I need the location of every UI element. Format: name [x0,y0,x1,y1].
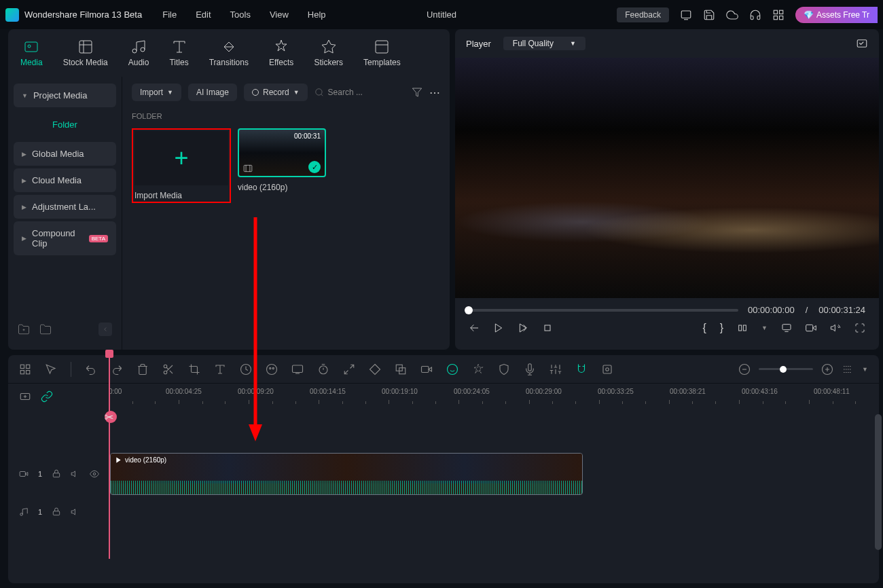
camera-icon[interactable] [806,323,816,333]
svg-rect-1 [774,10,777,14]
undo-icon[interactable] [85,363,97,375]
menu-help[interactable]: Help [308,10,326,20]
tab-audio[interactable]: Audio [128,39,149,67]
assets-button[interactable]: 💎 Assets Free Tr [795,7,878,23]
track-add-icon[interactable] [19,390,31,403]
search-input[interactable]: Search ... [314,88,405,97]
tab-media[interactable]: Media [20,39,43,67]
prev-frame-icon[interactable] [469,323,480,333]
widgets-icon[interactable] [19,363,31,375]
svg-rect-7 [79,41,92,53]
import-media-card[interactable]: Import Media [132,128,231,203]
view-options-icon[interactable] [842,363,854,375]
folder-icon[interactable] [39,323,52,335]
save-icon[interactable] [703,9,715,21]
collapse-sidebar-button[interactable] [98,323,112,336]
expand-icon[interactable] [343,363,355,375]
add-folder-icon[interactable] [18,323,30,335]
tab-templates[interactable]: Templates [363,39,401,67]
cloud-icon[interactable] [726,9,738,21]
menu-view[interactable]: View [270,10,289,20]
shield-icon[interactable] [498,363,510,375]
svg-point-24 [270,367,271,369]
sidebar: ▼Project Media Folder ▶Global Media ▶Clo… [8,77,122,350]
color-icon[interactable] [266,363,278,375]
mixer-icon[interactable] [549,363,562,375]
magnet-icon[interactable] [575,363,588,375]
mute-audio-icon[interactable] [71,507,80,517]
face-icon[interactable] [446,363,458,375]
feedback-button[interactable]: Feedback [617,7,669,22]
next-frame-icon[interactable] [518,323,528,333]
tab-transitions[interactable]: Transitions [209,39,249,67]
mark-out-icon[interactable]: } [720,322,723,334]
lock-icon[interactable] [52,469,61,479]
eye-icon[interactable] [90,469,99,479]
mic-icon[interactable] [524,363,536,375]
svg-point-20 [164,365,167,368]
zoom-out-icon[interactable] [738,363,751,375]
play-icon[interactable] [493,323,504,333]
timer-icon[interactable] [317,363,329,375]
playhead-knob[interactable]: ✂ [105,411,117,423]
sidebar-item-folder[interactable]: Folder [14,110,116,139]
ruler[interactable]: 0:00:00 00:00:04:25 00:00:09:20 00:00:14… [109,384,879,409]
frame-icon[interactable] [601,363,613,375]
quality-select[interactable]: Full Quality▼ [503,37,585,50]
delete-icon[interactable] [137,363,149,375]
tab-stock-media[interactable]: Stock Media [63,39,108,67]
sidebar-item-global-media[interactable]: ▶Global Media [14,142,116,166]
more-icon[interactable]: ⋯ [429,86,440,99]
scrubber[interactable] [469,309,738,312]
sidebar-item-project-media[interactable]: ▼Project Media [14,84,116,107]
menu-edit[interactable]: Edit [196,10,211,20]
headphones-icon[interactable] [749,9,761,21]
video-clip[interactable]: video (2160p) [110,453,583,495]
volume-icon[interactable] [830,323,841,333]
document-title: Untitled [427,10,456,20]
sidebar-item-adjustment[interactable]: ▶Adjustment La... [14,195,116,219]
overlay-icon[interactable] [395,363,407,375]
link-icon[interactable] [41,390,53,403]
preview-video[interactable] [455,58,879,298]
zoom-slider[interactable] [759,368,813,370]
ai-image-button[interactable]: AI Image [188,84,237,101]
monitor-out-icon[interactable] [781,323,792,333]
speed-icon[interactable] [240,363,252,375]
crop-icon[interactable] [188,363,200,375]
playhead[interactable] [109,355,110,559]
text-icon[interactable] [214,363,226,375]
tab-effects[interactable]: Effects [269,39,293,67]
grid-icon[interactable] [772,9,785,21]
redo-icon[interactable] [111,363,123,375]
lock-audio-icon[interactable] [52,507,61,517]
sidebar-item-cloud-media[interactable]: ▶Cloud Media [14,168,116,192]
mark-in-icon[interactable]: { [702,322,706,334]
screen-icon[interactable] [291,363,304,375]
video-media-card[interactable]: 00:00:31 ✓ video (2160p) [238,128,326,203]
record-dropdown[interactable]: Record▼ [244,84,308,101]
snapshot-icon[interactable] [856,37,868,50]
monitor-icon[interactable] [680,9,692,21]
tab-titles[interactable]: Titles [169,39,188,67]
fullscreen-icon[interactable] [854,323,865,333]
tab-stickers[interactable]: Stickers [314,39,343,67]
timeline-toolbar: ▼ [8,355,879,384]
menu-file[interactable]: File [162,10,177,20]
cursor-icon[interactable] [45,363,57,375]
preview-panel: Player Full Quality▼ 00:00:00:00 / 00:00… [455,29,879,350]
filter-icon[interactable] [412,87,422,98]
beta-badge: BETA [89,235,108,242]
keyframe-icon[interactable] [369,363,381,375]
camera-tl-icon[interactable] [420,363,433,375]
stop-icon[interactable] [542,323,553,333]
menu-tools[interactable]: Tools [230,10,251,20]
zoom-in-icon[interactable] [821,363,833,375]
scrollbar[interactable] [875,414,882,550]
sidebar-item-compound[interactable]: ▶Compound ClipBETA [14,221,116,255]
split-icon[interactable] [737,323,748,333]
mute-icon[interactable] [71,469,80,479]
cut-icon[interactable] [162,363,175,375]
sparkle-icon[interactable] [472,363,484,375]
import-dropdown[interactable]: Import▼ [132,84,181,101]
